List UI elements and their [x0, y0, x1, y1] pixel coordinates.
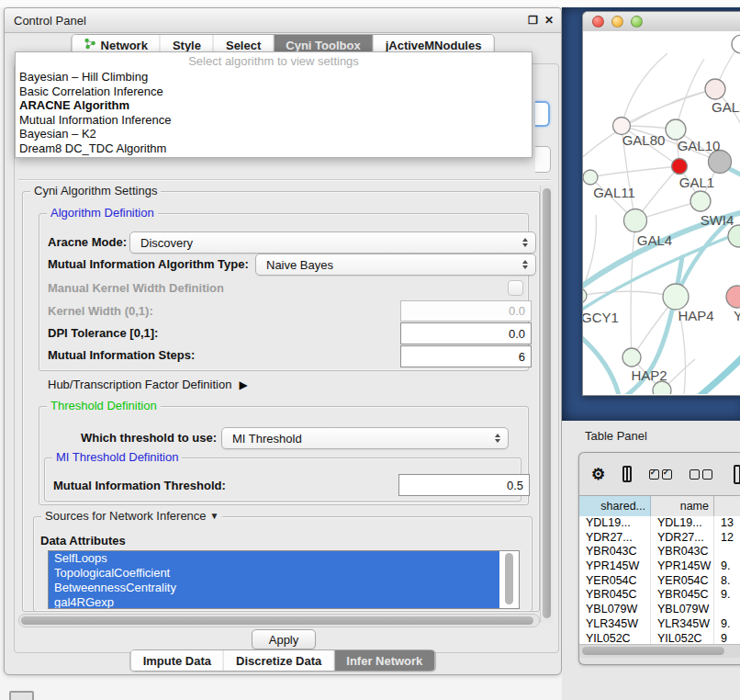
algorithm-option-bayesian-hill-climbing[interactable]: Bayesian – Hill Climbing [16, 70, 532, 85]
network-node[interactable] [653, 381, 671, 394]
algorithm-option-basic-correlation-inference[interactable]: Basic Correlation Inference [16, 85, 532, 99]
document-icon[interactable] [734, 465, 740, 484]
zoom-traffic-light-icon[interactable] [631, 16, 643, 28]
scrollbar-thumb[interactable] [543, 188, 551, 618]
table-toolbar: ⚙ [579, 453, 740, 495]
network-node-y[interactable] [726, 286, 740, 308]
scrollbar-thumb[interactable] [21, 616, 533, 625]
table-row[interactable]: YPR145WYPR145W9. [579, 559, 740, 574]
table-cell [714, 603, 740, 617]
settings-horizontal-scrollbar[interactable] [18, 614, 540, 627]
column-header-2[interactable] [714, 496, 740, 516]
table-row[interactable]: YIL052CYIL052C9 [579, 632, 740, 646]
algorithm-option-dream8-dc-tdc-algorithm[interactable]: Dream8 DC_TDC Algorithm [16, 141, 532, 156]
aracne-mode-value: Discovery [140, 236, 193, 250]
apply-button[interactable]: Apply [252, 629, 316, 649]
sources-group-title[interactable]: Sources for Network Inference▼ [41, 509, 222, 523]
attribute-item-topologicalcoefficient[interactable]: TopologicalCoefficient [49, 566, 499, 581]
network-node-gal2[interactable] [705, 79, 725, 99]
network-node-gal4[interactable] [624, 209, 647, 232]
network-canvas[interactable]: GAL2GAL80GAL10GAL1GAL11SWI4GAL4GCY1HAP4Y… [583, 31, 740, 394]
hub-transcription-factor-toggle[interactable]: Hub/Transcription Factor Definition▶ [48, 378, 248, 391]
kernel-width-label: Kernel Width (0,1): [48, 304, 153, 318]
attribute-item-selfloops[interactable]: SelfLoops [49, 551, 499, 566]
float-window-icon[interactable]: ❒ [528, 15, 538, 26]
attribute-item-gal4rgexp[interactable]: gal4RGexp [49, 595, 499, 609]
data-attributes-list[interactable]: SelfLoopsTopologicalCoefficientBetweenne… [48, 550, 520, 609]
table-row[interactable]: YDL19...YDL19...13 [579, 516, 740, 531]
table-row[interactable]: YER054CYER054C8. [579, 574, 740, 589]
network-node-gal11[interactable] [583, 170, 598, 185]
network-node-gcy1[interactable] [583, 288, 587, 303]
tab-label: Network [101, 39, 148, 52]
table-cell: YBR045C [651, 588, 714, 603]
algorithm-dropdown-popup: Select algorithm to view settings Bayesi… [15, 51, 533, 158]
table-horizontal-scrollbar[interactable] [579, 644, 740, 658]
table-rows: YDL19...YDL19...13YDR27...YDR27...12YBR0… [579, 516, 740, 645]
hidden-panel-edge [18, 179, 551, 181]
tab-discretize-data[interactable]: Discretize Data [224, 650, 334, 671]
network-edge [676, 59, 704, 130]
checked-boxes-icon[interactable] [649, 469, 672, 480]
aracne-mode-select[interactable]: Discovery [129, 231, 536, 254]
algorithm-definition-title: Algorithm Definition [47, 206, 158, 220]
mi-algorithm-type-value: Naive Bayes [266, 258, 333, 272]
network-node[interactable] [732, 35, 740, 53]
network-edge [583, 291, 676, 297]
algorithm-option-bayesian-k2[interactable]: Bayesian – K2 [16, 127, 532, 141]
table-cell: 13 [714, 516, 740, 531]
minimize-traffic-light-icon[interactable] [611, 16, 623, 28]
gear-icon[interactable]: ⚙ [591, 467, 605, 482]
control-panel-titlebar: Control Panel ❒ ✕ [5, 8, 561, 33]
mi-threshold-field[interactable]: 0.5 [398, 474, 530, 496]
stepper-arrows-icon [522, 260, 528, 269]
which-threshold-label: Which threshold to use: [81, 431, 217, 445]
manual-kernel-width-checkbox[interactable] [508, 280, 523, 296]
node-label-hap4: HAP4 [678, 308, 713, 323]
settings-vertical-scrollbar[interactable] [540, 186, 553, 623]
table-cell: 9 [714, 632, 740, 646]
close-traffic-light-icon[interactable] [592, 16, 604, 28]
table-window: ⚙ shared...name YDL19...YDL19...13YDR27.… [578, 452, 740, 665]
tab-label: jActiveMNodules [386, 39, 482, 52]
table-row[interactable]: YBL079WYBL079W [579, 603, 740, 617]
network-icon [84, 38, 96, 52]
node-label-hap2: HAP2 [631, 367, 667, 383]
network-node-gal10[interactable] [666, 119, 686, 140]
floating-panel-button[interactable] [9, 691, 34, 700]
mi-steps-field[interactable]: 6 [400, 345, 532, 367]
bottom-tabbar: Impute DataDiscretize DataInfer Network [130, 649, 436, 672]
network-node[interactable] [709, 151, 732, 174]
attribute-item-betweennesscentrality[interactable]: BetweennessCentrality [49, 581, 499, 595]
table-row[interactable]: YBR043CYBR043C [579, 545, 740, 559]
algorithm-option-aracne-algorithm[interactable]: ARACNE Algorithm [16, 98, 532, 113]
network-node-hap4[interactable] [663, 284, 689, 310]
node-label-swi4: SWI4 [701, 212, 734, 228]
mi-algorithm-type-select[interactable]: Naive Bayes [255, 254, 536, 276]
mi-algorithm-type-label: Mutual Information Algorithm Type: [48, 257, 249, 271]
table-row[interactable]: YLR345WYLR345W9. [579, 617, 740, 632]
table-row[interactable]: YDR27...YDR27...12 [579, 531, 740, 546]
list-vertical-scrollbar[interactable] [505, 553, 513, 604]
which-threshold-select[interactable]: MI Threshold [221, 427, 509, 449]
dpi-tolerance-field[interactable]: 0.0 [400, 322, 532, 344]
column-header-name[interactable]: name [651, 496, 714, 516]
table-row[interactable]: YBR045CYBR045C9. [579, 588, 740, 603]
tab-infer-network[interactable]: Infer Network [334, 650, 434, 671]
network-node[interactable] [728, 225, 740, 247]
network-node-hap2[interactable] [622, 348, 641, 367]
split-columns-icon[interactable] [622, 466, 631, 482]
network-node-swi4[interactable] [690, 191, 711, 211]
table-cell: YIL052C [579, 632, 651, 646]
mi-threshold-label: Mutual Information Threshold: [53, 479, 226, 492]
network-node-gal1[interactable] [672, 159, 688, 175]
tab-impute-data[interactable]: Impute Data [131, 650, 224, 671]
scrollbar-thumb[interactable] [582, 647, 724, 655]
table-header-row: shared...name [579, 495, 740, 517]
kernel-width-field[interactable]: 0.0 [400, 300, 532, 322]
tab-label: Cyni Toolbox [286, 39, 360, 52]
column-header-shared-[interactable]: shared... [579, 496, 651, 516]
algorithm-option-mutual-information-inference[interactable]: Mutual Information Inference [16, 113, 532, 128]
close-window-icon[interactable]: ✕ [544, 15, 554, 26]
unchecked-boxes-icon[interactable] [690, 469, 712, 480]
